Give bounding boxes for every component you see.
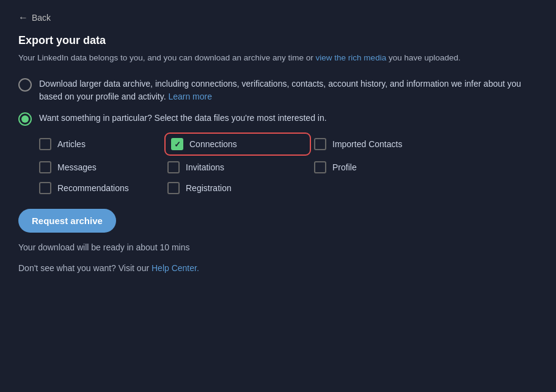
learn-more-link[interactable]: Learn more bbox=[168, 92, 212, 101]
checkbox-connections-wrapper[interactable]: Connections bbox=[167, 136, 308, 153]
rich-media-link[interactable]: view the rich media bbox=[316, 53, 387, 62]
checkbox-label-profile: Profile bbox=[332, 162, 357, 172]
checkbox-label-messages: Messages bbox=[57, 162, 97, 172]
checkbox-box-imported-contacts[interactable] bbox=[314, 138, 326, 150]
page-title: Export your data bbox=[18, 34, 538, 47]
checkbox-messages[interactable]: Messages bbox=[39, 161, 161, 173]
request-archive-button[interactable]: Request archive bbox=[18, 209, 116, 233]
checkbox-label-articles: Articles bbox=[57, 139, 86, 149]
checkbox-box-connections[interactable] bbox=[171, 138, 183, 150]
checkbox-invitations[interactable]: Invitations bbox=[167, 161, 308, 173]
checkbox-label-imported-contacts: Imported Contacts bbox=[332, 139, 402, 149]
radio-specific-files[interactable]: Want something in particular? Select the… bbox=[18, 112, 538, 126]
checkbox-registration[interactable]: Registration bbox=[167, 182, 308, 194]
checkbox-box-registration[interactable] bbox=[167, 182, 180, 194]
footer-help-text: Don't see what you want? Visit our Help … bbox=[18, 263, 538, 273]
radio-circle-specific-files bbox=[18, 112, 32, 126]
footer-text-1: Don't see what you want? Visit our bbox=[18, 263, 152, 273]
checkbox-imported-contacts[interactable]: Imported Contacts bbox=[314, 136, 455, 153]
checkbox-box-messages[interactable] bbox=[39, 161, 51, 173]
subtitle-text-2: you have uploaded. bbox=[389, 53, 461, 62]
ready-status-text: Your download will be ready in about 10 … bbox=[18, 242, 538, 252]
back-label: Back bbox=[32, 13, 51, 23]
checkbox-box-invitations[interactable] bbox=[167, 161, 180, 173]
checkbox-box-recommendations[interactable] bbox=[39, 182, 51, 194]
help-center-link[interactable]: Help Center. bbox=[152, 263, 199, 273]
checkbox-box-articles[interactable] bbox=[39, 138, 51, 150]
subtitle-text-1: Your LinkedIn data belongs to you, and y… bbox=[18, 53, 316, 62]
checkbox-label-registration: Registration bbox=[186, 183, 232, 193]
radio-text-specific-files: Want something in particular? Select the… bbox=[39, 112, 327, 125]
checkbox-label-invitations: Invitations bbox=[186, 162, 224, 172]
checkbox-box-profile[interactable] bbox=[314, 161, 326, 173]
checkbox-profile[interactable]: Profile bbox=[314, 161, 455, 173]
checkbox-recommendations[interactable]: Recommendations bbox=[39, 182, 161, 194]
checkboxes-grid: Articles Connections Imported Contacts M… bbox=[39, 136, 538, 194]
radio-circle-large-archive bbox=[18, 78, 32, 92]
checkbox-label-recommendations: Recommendations bbox=[57, 183, 129, 193]
radio-large-archive[interactable]: Download larger data archive, including … bbox=[18, 78, 538, 103]
checkbox-label-connections: Connections bbox=[189, 139, 237, 149]
back-button[interactable]: ← Back bbox=[18, 12, 538, 23]
page-subtitle: Your LinkedIn data belongs to you, and y… bbox=[18, 52, 538, 64]
back-arrow-icon: ← bbox=[18, 12, 28, 23]
radio-text-large-archive: Download larger data archive, including … bbox=[39, 78, 538, 103]
checkbox-articles[interactable]: Articles bbox=[39, 136, 161, 153]
